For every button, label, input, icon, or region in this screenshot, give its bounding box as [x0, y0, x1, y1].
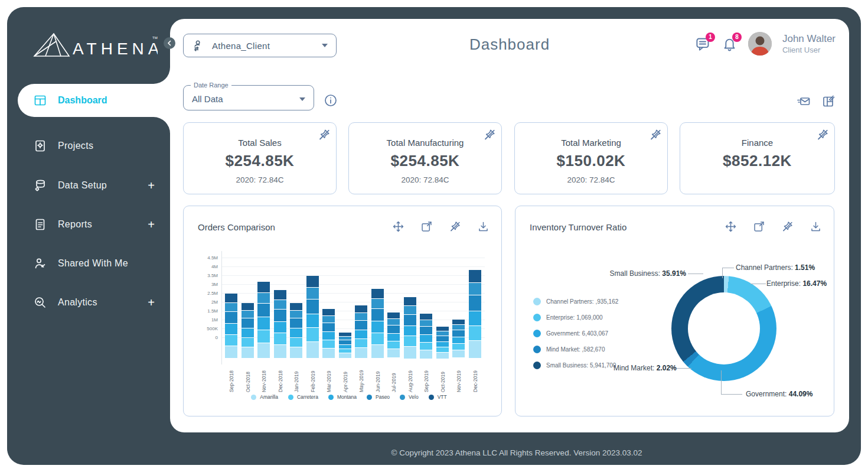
bar-segment: [420, 343, 432, 350]
pin-off-icon[interactable]: [449, 220, 461, 233]
orders-comparison-panel: Orders Comparison 4.5M4M3.5M3M2.5M2M1.5M…: [183, 206, 502, 416]
expand-plus-icon[interactable]: +: [148, 218, 155, 232]
x-axis-label: Feb-2019: [306, 362, 319, 392]
bar-segment: [469, 341, 481, 358]
bar-segment: [420, 314, 432, 320]
y-axis-tick-label: 2M: [188, 300, 218, 305]
move-icon[interactable]: [725, 220, 737, 233]
bar-segment: [452, 350, 465, 357]
bar-segment: [242, 347, 254, 358]
pin-off-icon[interactable]: [483, 128, 496, 141]
stat-card-subtitle: 2020: 72.84C: [401, 175, 449, 184]
bar-segment: [242, 311, 254, 318]
stat-card-title: Finance: [742, 138, 773, 148]
user-info: John Walter Client User: [782, 32, 836, 55]
stat-card-total-manufacturing: Total Manufacturing $254.85K 2020: 72.84…: [348, 122, 502, 194]
bar-column: [436, 327, 449, 359]
callout-line: [721, 394, 742, 395]
notifications-button[interactable]: 8: [722, 36, 738, 52]
orders-comparison-chart[interactable]: 4.5M4M3.5M3M2.5M2M1.5M1M500K0Sep-2018Oct…: [184, 242, 502, 417]
sidebar-item-dashboard[interactable]: Dashboard: [18, 84, 170, 117]
bar-column: [339, 333, 351, 358]
legend-dot: [328, 395, 334, 400]
bar-segment: [306, 300, 319, 314]
legend-dot: [533, 314, 541, 321]
y-axis-tick-label: 1M: [188, 317, 218, 323]
avatar[interactable]: [748, 32, 772, 56]
stat-card-subtitle: 2020: 72.84C: [236, 175, 283, 184]
expand-plus-icon[interactable]: +: [148, 179, 155, 193]
analytics-icon: [33, 295, 47, 310]
sidebar-item-analytics[interactable]: Analytics +: [18, 288, 170, 317]
edit-dashboard-icon[interactable]: [821, 95, 836, 109]
bar-segment: [420, 335, 432, 342]
bar-segment: [404, 297, 416, 305]
sidebar-item-projects[interactable]: Projects: [18, 131, 170, 161]
bar-segment: [225, 312, 237, 323]
bar-segment: [257, 293, 270, 303]
bar-segment: [322, 323, 335, 331]
x-axis-label: Jan-2019: [290, 362, 302, 392]
bar-segment: [225, 324, 237, 334]
date-range-value: All Data: [192, 94, 223, 104]
expand-plus-icon[interactable]: +: [148, 296, 155, 310]
x-axis-label: Oct-2018: [242, 362, 254, 392]
y-axis-tick-label: 0: [188, 335, 218, 340]
sidebar-collapse-button[interactable]: [164, 37, 175, 49]
sidebar-item-shared-with-me[interactable]: Shared With Me: [18, 249, 170, 278]
sidebar-item-reports[interactable]: Reports +: [18, 210, 170, 239]
bar-segment: [274, 322, 286, 333]
bar-segment: [242, 338, 254, 347]
footer-copyright: © Copyright 2023 Athena LLC All Rights R…: [177, 448, 856, 457]
move-icon[interactable]: [392, 220, 404, 233]
x-axis-label: Oct-2019: [436, 362, 449, 392]
bar-column: [306, 276, 319, 358]
callout-channel-partners: Channel Partners1.51%: [736, 263, 815, 272]
download-icon[interactable]: [810, 220, 822, 233]
date-range-dropdown[interactable]: Date Range All Data: [183, 85, 314, 110]
bar-segment: [436, 353, 449, 359]
grid-line: [221, 266, 485, 267]
legend-label: Velo: [409, 394, 419, 400]
pin-off-icon[interactable]: [318, 128, 331, 141]
bar-segment: [225, 346, 237, 358]
reports-icon: [33, 217, 47, 232]
legend-label: Carretera: [297, 394, 318, 400]
send-mail-icon[interactable]: [797, 95, 811, 109]
pin-off-icon[interactable]: [649, 128, 662, 141]
sidebar-item-data-setup[interactable]: Data Setup +: [18, 171, 170, 200]
messages-button[interactable]: 1: [695, 36, 711, 52]
bar-segment: [242, 328, 254, 337]
legend-dot: [533, 298, 541, 305]
bar-segment: [371, 309, 384, 321]
stat-card-title: Total Manufacturing: [387, 138, 464, 148]
bar-segment: [274, 310, 286, 321]
bar-segment: [452, 330, 465, 337]
bar-column: [420, 314, 432, 359]
info-icon[interactable]: [324, 93, 338, 108]
download-icon[interactable]: [477, 220, 490, 233]
donut-legend-item: Mind Market: ,582,670: [533, 346, 605, 353]
panel-toolbar: [392, 220, 490, 233]
x-axis-label: Sep-2019: [420, 362, 432, 392]
user-name: John Walter: [782, 32, 836, 45]
pin-off-icon[interactable]: [781, 220, 794, 233]
grid-line: [221, 275, 485, 276]
fullscreen-icon[interactable]: [753, 220, 765, 233]
callout-line: [750, 284, 766, 284]
donut-legend-item: Government: 6,403,067: [533, 330, 608, 337]
bar-segment: [404, 315, 416, 325]
fullscreen-icon[interactable]: [420, 220, 433, 233]
callout-line: [722, 268, 734, 268]
panel-title: Orders Comparison: [198, 222, 275, 232]
callout-line: [688, 274, 703, 274]
bar-segment: [436, 336, 449, 341]
topbar-actions: 1 8 John Walter Client User: [695, 32, 836, 56]
bar-segment: [404, 336, 416, 346]
bar-segment: [420, 320, 432, 326]
chevron-left-icon: [167, 40, 172, 46]
pin-off-icon[interactable]: [816, 128, 829, 141]
x-axis-label: Dec-2018: [274, 362, 286, 392]
bar-segment: [339, 337, 351, 340]
donut-legend-label: Mind Market: ,582,670: [546, 346, 605, 353]
